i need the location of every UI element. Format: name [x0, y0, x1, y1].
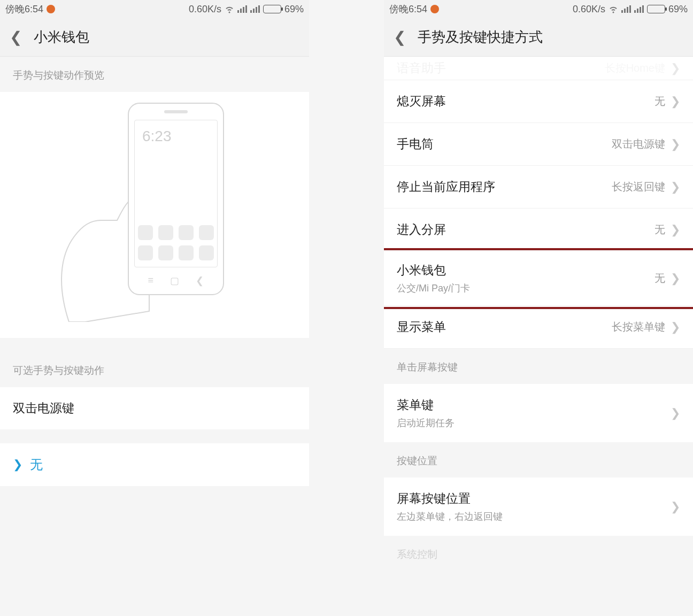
- row-enter-split-screen[interactable]: 进入分屏 无 ❯: [384, 209, 693, 251]
- notification-dot-icon: [430, 5, 439, 13]
- left-screenshot: 傍晚6:54 0.60K/s 69% ❮ 小米钱包 手势与按键动作预览: [0, 0, 309, 616]
- section-actions-label: 可选手势与按键动作: [0, 352, 309, 387]
- status-speed: 0.60K/s: [189, 4, 221, 15]
- row-show-menu[interactable]: 显示菜单 长按菜单键 ❯: [384, 306, 693, 349]
- notification-dot-icon: [47, 5, 55, 13]
- header: ❮ 小米钱包: [0, 18, 309, 57]
- action-double-press-power[interactable]: 双击电源键: [0, 387, 309, 429]
- section-preview-label: 手势与按键动作预览: [0, 57, 309, 92]
- device-illustration: 6:23 ≡ ▢ ❮: [128, 103, 224, 295]
- option-none-selected[interactable]: ❯ 无: [0, 443, 309, 486]
- row-voice-assistant-truncated[interactable]: 语音助手 长按Home键 ❯: [384, 57, 693, 80]
- nav-back-icon: ❮: [196, 275, 204, 287]
- back-icon[interactable]: ❮: [394, 30, 406, 45]
- row-mi-wallet[interactable]: 小米钱包 公交/Mi Pay/门卡 无 ❯: [384, 251, 693, 306]
- chevron-right-icon: ❯: [671, 500, 680, 514]
- section-tap-screen-keys-label: 单击屏幕按键: [384, 349, 693, 384]
- back-icon[interactable]: ❮: [10, 30, 22, 45]
- signal-icon-2: [634, 5, 644, 13]
- status-battery: 69%: [284, 4, 304, 15]
- chevron-right-icon: ❯: [671, 223, 680, 237]
- row-stop-current-app[interactable]: 停止当前应用程序 长按返回键 ❯: [384, 166, 693, 209]
- row-flashlight[interactable]: 手电筒 双击电源键 ❯: [384, 123, 693, 166]
- chevron-right-icon: ❯: [671, 137, 680, 151]
- status-bar: 傍晚6:54 0.60K/s 69%: [384, 0, 693, 18]
- row-screen-key-position[interactable]: 屏幕按键位置 左边菜单键，右边返回键 ❯: [384, 478, 693, 536]
- illust-time: 6:23: [142, 128, 172, 145]
- status-speed: 0.60K/s: [573, 4, 605, 15]
- wifi-icon: [609, 4, 618, 14]
- wifi-icon: [225, 4, 234, 14]
- chevron-right-icon: ❯: [671, 61, 680, 75]
- chevron-right-icon: ❯: [671, 320, 680, 334]
- section-key-position-label: 按键位置: [384, 442, 693, 478]
- signal-icon: [621, 5, 631, 13]
- chevron-right-icon: ❯: [13, 458, 22, 472]
- signal-icon: [237, 5, 247, 13]
- chevron-right-icon: ❯: [671, 180, 680, 194]
- status-time: 傍晚6:54: [389, 3, 427, 16]
- nav-home-icon: ▢: [170, 275, 179, 287]
- header: ❮ 手势及按键快捷方式: [384, 18, 693, 57]
- chevron-right-icon: ❯: [671, 95, 680, 109]
- option-label: 无: [30, 456, 43, 473]
- gesture-preview: 6:23 ≡ ▢ ❮: [0, 92, 309, 338]
- section-truncated-bottom: 系统控制: [384, 536, 693, 561]
- status-time: 傍晚6:54: [5, 3, 43, 16]
- row-menu-key[interactable]: 菜单键 启动近期任务 ❯: [384, 384, 693, 442]
- right-screenshot: 傍晚6:54 0.60K/s 69% ❮ 手势及按键快捷方式 语音助手 长按Ho…: [384, 0, 693, 616]
- nav-menu-icon: ≡: [148, 275, 154, 287]
- row-turn-off-screen[interactable]: 熄灭屏幕 无 ❯: [384, 80, 693, 123]
- battery-icon: [263, 5, 281, 13]
- signal-icon-2: [250, 5, 260, 13]
- chevron-right-icon: ❯: [671, 272, 680, 286]
- battery-icon: [647, 5, 665, 13]
- chevron-right-icon: ❯: [671, 406, 680, 420]
- status-battery: 69%: [668, 4, 688, 15]
- page-title: 手势及按键快捷方式: [418, 28, 543, 47]
- page-title: 小米钱包: [34, 28, 89, 47]
- status-bar: 傍晚6:54 0.60K/s 69%: [0, 0, 309, 18]
